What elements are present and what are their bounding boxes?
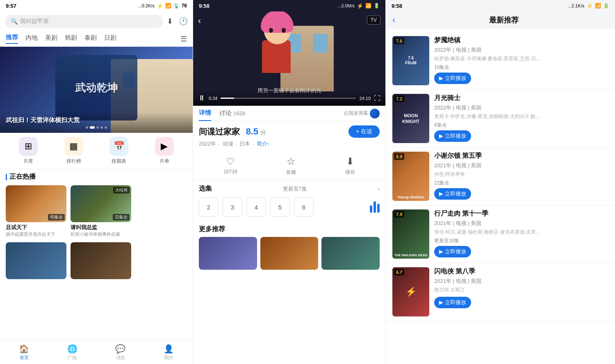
hot-card-1[interactable]: 40集全 且试天下 杨洋赵露思并肩共赴天下 <box>6 185 66 237</box>
quick-playlist[interactable]: ▶ 片单 <box>155 137 174 165</box>
play-btn-4[interactable]: ▶ 立即播放 <box>434 297 471 308</box>
nav-tab-mainland[interactable]: 内地 <box>25 34 38 43</box>
hot-card-2-sub: 机智小秘书单挑乘种总裁 <box>71 231 131 237</box>
hot-card-1-img: 40集全 <box>6 185 66 222</box>
action-cache[interactable]: ⬇ 缓存 <box>345 156 355 176</box>
ep-btn-3[interactable]: 3 <box>223 197 242 217</box>
rec-cast-2: 伊恩·阿米蒂奇 <box>434 171 608 178</box>
discuss-count: 1628 <box>233 110 245 116</box>
hot-card-2-ep: 32集全 <box>113 214 130 221</box>
rec-year-4: 2021年 | 电视 | 美国 <box>434 278 608 285</box>
play-btn-2[interactable]: ▶ 立即播放 <box>434 188 471 200</box>
nav-tab-recommend[interactable]: 推荐 <box>6 34 18 44</box>
rec-item-2[interactable]: 8.9 Young Sheldon 小谢尔顿 第五季 2021年 | 电视 | … <box>386 148 615 205</box>
play-btn-1[interactable]: ▶ 立即播放 <box>434 130 471 142</box>
pause-button[interactable]: ⏸ <box>198 94 205 102</box>
small-card-2[interactable] <box>71 242 131 279</box>
battery-icon-3: 🔋 <box>603 3 609 9</box>
quick-ranking[interactable]: ▦ 排行榜 <box>64 137 83 165</box>
intro-link[interactable]: 简介› <box>257 140 269 148</box>
bnav-profile-label: 我的 <box>164 355 173 361</box>
rec-item-1[interactable]: 7.2 MOONKNIGHT 月光骑士 2022年 | 电视 | 美国 奥斯卡·… <box>386 90 615 148</box>
rec-mini-1[interactable] <box>199 237 257 270</box>
rec-item-4[interactable]: 6.7 ⚡ 闪电侠 第八季 2021年 | 电视 | 美国 格兰特·古斯汀 ▶ … <box>386 263 615 321</box>
search-actions: ⬇ 🕐 <box>167 17 188 26</box>
p3-header: ‹ 最新推荐 <box>386 11 615 29</box>
bnav-home[interactable]: 🏠 首页 <box>0 344 48 361</box>
status-right-3: ...2.1K/s ⚡ 📶 🔋 <box>568 3 609 9</box>
action-like[interactable]: ♡ 16739 <box>223 156 237 176</box>
download-icon[interactable]: ⬇ <box>167 17 173 26</box>
signal-icon-3: 📶 <box>595 3 601 9</box>
rec-item-0[interactable]: 7.6 7.6FRoM 梦魇绝镇 2022年 | 电视 | 美国 哈罗德·佩里诺… <box>386 32 615 90</box>
play-btn-3[interactable]: ▶ 立即播放 <box>434 246 471 257</box>
hero-title: 武祖归！天雷淬体横扫大荒 <box>6 116 187 124</box>
danmu-button[interactable]: 点我发弹幕 <box>344 109 380 118</box>
section-bar <box>6 174 7 180</box>
action-favorite[interactable]: ☆ 收藏 <box>286 156 296 176</box>
rec-list: 7.6 7.6FRoM 梦魇绝镇 2022年 | 电视 | 美国 哈罗德·佩里诺… <box>386 29 615 364</box>
small-card-2-img <box>71 242 131 279</box>
hero-characters: 武动乾坤 <box>0 51 193 121</box>
rec-thumb-3: 7.9 THE WALKING DEAD <box>392 209 429 259</box>
follow-button[interactable]: + 在追 <box>348 125 380 138</box>
progress-bar[interactable] <box>221 98 356 99</box>
hot-card-2[interactable]: 大结局 32集全 请叫我总监 机智小秘书单挑乘种总裁 <box>71 185 131 237</box>
title-score-group: 间谍过家家 8.5 分 <box>199 126 266 137</box>
back-button[interactable]: ‹ <box>198 16 201 26</box>
girl-hair <box>261 11 294 33</box>
playlist-label: 片单 <box>159 158 169 165</box>
rec-thumb-4: 6.7 ⚡ <box>392 267 429 316</box>
rec-mini-2[interactable] <box>260 237 319 270</box>
ranking-label: 排行榜 <box>66 158 81 165</box>
ep-header: 选集 更新至7集 › <box>199 184 380 193</box>
hot-card-2-img: 大结局 32集全 <box>71 185 131 222</box>
quick-schedule[interactable]: 📅 排期表 <box>109 137 128 165</box>
play-icon-3: ▶ <box>439 248 443 255</box>
rec-item-3[interactable]: 7.9 THE WALKING DEAD 行尸走肉 第十一季 2021年 | 电… <box>386 205 615 263</box>
bnav-message[interactable]: 💬 消息 <box>96 344 145 361</box>
tab-detail[interactable]: 详情 <box>199 106 211 121</box>
wifi-icon: 📡 <box>173 3 180 9</box>
status-bar-3: 9:58 ...2.1K/s ⚡ 📶 🔋 <box>386 0 615 11</box>
ep-btn-2[interactable]: 2 <box>199 197 219 217</box>
nav-tab-thai[interactable]: 泰剧 <box>84 34 97 43</box>
nav-tab-korea[interactable]: 韩剧 <box>65 34 77 43</box>
hot-section-title: 正在热播 <box>9 173 36 181</box>
show-score-group: 8.5 分 <box>246 129 266 136</box>
tv-button[interactable]: TV <box>367 16 380 25</box>
nav-more-icon[interactable]: ☰ <box>180 34 187 43</box>
hero-banner[interactable]: 武动乾坤 武祖归！天雷淬体横扫大荒 <box>0 47 193 133</box>
rec-info-3: 行尸走肉 第十一季 2021年 | 电视 | 美国 劳伦·科汉,诺曼·瑞杜斯,梅… <box>434 209 608 257</box>
video-player[interactable]: ‹ TV 用另一面镜子反射刚才的光 ⏸ <box>193 11 385 106</box>
search-bar: 🔍 我叫赵甲第 ⬇ 🕐 <box>0 11 193 31</box>
flash-icon: ⚡ <box>405 287 417 297</box>
p3-back-button[interactable]: ‹ <box>392 15 395 25</box>
rec-thumb-1: 7.2 MOONKNIGHT <box>392 94 429 143</box>
nav-tab-us[interactable]: 美剧 <box>45 34 57 43</box>
rec-info-4: 闪电侠 第八季 2021年 | 电视 | 美国 格兰特·古斯汀 ▶ 立即播放 <box>434 267 608 308</box>
tab-discuss[interactable]: 讨论 1628 <box>219 106 245 121</box>
ep-bar-1 <box>370 205 372 213</box>
ep-btn-5[interactable]: 5 <box>270 197 290 217</box>
bnav-profile[interactable]: 👤 我的 <box>145 344 193 361</box>
quick-library[interactable]: ⊞ 片库 <box>19 137 38 165</box>
rec-mini-3[interactable] <box>321 237 380 270</box>
ep-btn-6[interactable]: 6 <box>294 197 314 217</box>
bnav-plaza[interactable]: 🌐 广场 <box>48 344 97 361</box>
nav-tab-japan[interactable]: 日剧 <box>104 34 116 43</box>
more-rec-title: 更多推荐 <box>199 225 380 234</box>
nav-tabs: 推荐 内地 美剧 韩剧 泰剧 日剧 ☰ <box>0 31 193 47</box>
search-input-wrap[interactable]: 🔍 我叫赵甲第 <box>5 15 163 28</box>
history-icon[interactable]: 🕐 <box>179 17 188 26</box>
meta-sep-3: · <box>253 141 254 147</box>
small-card-1[interactable] <box>6 242 66 279</box>
play-btn-0[interactable]: ▶ 立即播放 <box>434 73 471 84</box>
home-icon: 🏠 <box>19 344 29 354</box>
small-cards-row <box>0 240 193 282</box>
girl-eye-right <box>282 28 286 33</box>
ep-btn-4[interactable]: 4 <box>246 197 266 217</box>
twd-text: THE WALKING DEAD <box>393 253 428 257</box>
bnav-plaza-label: 广场 <box>68 355 77 361</box>
fullscreen-button[interactable]: ⛶ <box>374 95 380 102</box>
